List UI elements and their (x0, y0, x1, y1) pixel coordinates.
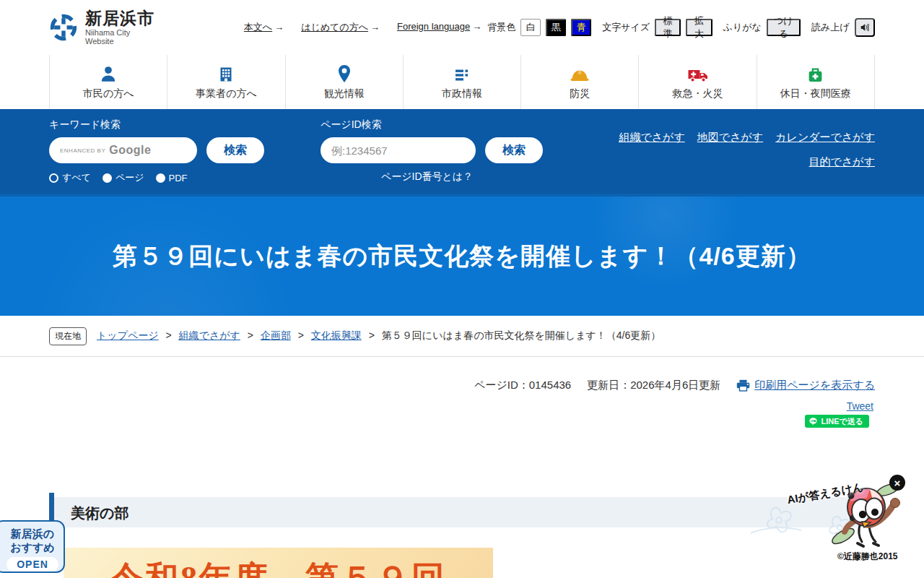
find-by-purpose-link[interactable]: 目的でさがす (809, 155, 875, 168)
global-navigation: 市民の方へ 事業者の方へ 観光情報 市政情報 防災 救急・火災 休日・夜間医療 (0, 55, 924, 109)
hero-banner: 第５９回にいはま春の市民文化祭を開催します！（4/6更新） (0, 194, 924, 316)
breadcrumb-organization[interactable]: 組織でさがす (179, 329, 240, 341)
find-by-organization-link[interactable]: 組織でさがす (619, 131, 684, 144)
breadcrumb-separator: > (166, 329, 172, 341)
find-by-calendar-link[interactable]: カレンダーでさがす (775, 131, 875, 144)
pageid-search-label: ページID検索 (321, 118, 543, 131)
arrow-right-icon: → (274, 22, 284, 33)
font-size-label: 文字サイズ (602, 21, 650, 34)
keyword-search-button[interactable]: 検索 (206, 137, 264, 163)
line-share-button[interactable]: LINEで送る (805, 415, 869, 428)
font-standard-button[interactable]: 標準 (655, 19, 681, 36)
font-enlarge-button[interactable]: 拡大 (686, 19, 712, 36)
building-icon (217, 65, 235, 84)
skip-to-content-link[interactable]: 本文へ→ (244, 21, 284, 34)
nav-item-disaster-prevention[interactable]: 防災 (520, 55, 638, 109)
furigana-label: ふりがな (723, 21, 762, 34)
site-logo[interactable]: 新居浜市 Niihama City Website (49, 9, 157, 46)
pageid-search-button[interactable]: 検索 (485, 137, 543, 163)
person-icon (99, 65, 118, 84)
mascot-copyright: ©近藤勝也2015 (837, 551, 898, 563)
furigana-on-button[interactable]: つける (767, 19, 801, 36)
breadcrumb-planning-dept[interactable]: 企画部 (261, 329, 291, 341)
updated-date: 更新日：2026年4月6日更新 (587, 379, 720, 392)
nav-item-tourism[interactable]: 観光情報 (285, 55, 403, 109)
utility-links: 本文へ→ はじめての方へ→ Foreign language→ (244, 21, 481, 34)
breadcrumb: 現在地 トップページ > 組織でさがす > 企画部 > 文化振興課 > 第５９回… (0, 316, 924, 357)
foreign-language-link[interactable]: Foreign language→ (397, 21, 481, 34)
breadcrumb-separator: > (248, 329, 253, 341)
print-page-link[interactable]: 印刷用ページを表示する (736, 379, 875, 392)
radio-pdf[interactable]: PDF (156, 173, 188, 184)
close-icon[interactable]: × (889, 475, 905, 491)
nav-item-holiday-medical[interactable]: 休日・夜間医療 (757, 55, 875, 109)
bg-black-button[interactable]: 黒 (546, 19, 566, 36)
pageid-search-block: ページID検索 検索 ページID番号とは？ (321, 118, 543, 194)
search-section: キーワード検索 ENHANCED BY Google 検索 すべて ページ PD… (0, 109, 924, 194)
helmet-icon (570, 66, 590, 84)
arrow-right-icon: → (370, 22, 380, 33)
speaker-icon (860, 22, 869, 33)
breadcrumb-culture-division[interactable]: 文化振興課 (311, 329, 362, 341)
accessibility-toolbar: 背景色 白 黒 青 文字サイズ 標準 拡大 ふりがな つける 読み上げ (481, 18, 875, 37)
keyword-search-block: キーワード検索 ENHANCED BY Google 検索 すべて ページ PD… (49, 118, 264, 194)
bg-white-button[interactable]: 白 (520, 19, 541, 36)
read-aloud-button[interactable] (855, 18, 875, 37)
site-title: 新居浜市 (85, 9, 157, 27)
radio-icon (103, 173, 112, 183)
google-branding-logo: Google (109, 144, 151, 157)
breadcrumb-top-page[interactable]: トップページ (97, 329, 159, 341)
map-pin-icon (336, 64, 353, 84)
open-label: OPEN (6, 557, 58, 571)
tweet-link[interactable]: Tweet (847, 400, 873, 412)
nav-item-business[interactable]: 事業者の方へ (167, 55, 284, 109)
keyword-search-label: キーワード検索 (49, 118, 264, 131)
breadcrumb-separator: > (298, 329, 304, 341)
first-aid-icon (806, 66, 824, 84)
site-header: 新居浜市 Niihama City Website 本文へ→ はじめての方へ→ … (0, 0, 924, 55)
nav-item-citizens[interactable]: 市民の方へ (49, 55, 167, 109)
nav-item-emergency-fire[interactable]: 救急・火災 (638, 55, 756, 109)
nav-item-city-government[interactable]: 市政情報 (403, 55, 520, 109)
finder-links: 組織でさがす 地図でさがす カレンダーでさがす 目的でさがす (619, 118, 875, 194)
recommend-flyout-button[interactable]: 新居浜の おすすめ OPEN (0, 520, 65, 573)
printer-icon (736, 379, 750, 392)
breadcrumb-separator: > (369, 329, 375, 341)
current-location-chip: 現在地 (49, 327, 87, 345)
search-scope-radios: すべて ページ PDF (49, 171, 264, 184)
main-content: ページID：0145436 更新日：2026年4月6日更新 印刷用ページを表示す… (0, 357, 924, 578)
pageid-search-input[interactable] (321, 137, 476, 163)
page-id-value: ページID：0145436 (474, 379, 571, 392)
read-aloud-label: 読み上げ (811, 21, 850, 34)
breadcrumb-current-page: 第５９回にいはま春の市民文化祭を開催します！（4/6更新） (382, 329, 661, 341)
first-time-visitors-link[interactable]: はじめての方へ→ (301, 21, 380, 34)
poster-title: 令和8年度 第５９回 (64, 548, 493, 578)
arrow-right-icon: → (472, 21, 481, 32)
radio-page[interactable]: ページ (103, 171, 144, 184)
keyword-search-input[interactable]: ENHANCED BY Google (49, 137, 197, 163)
find-by-map-link[interactable]: 地図でさがす (697, 131, 763, 144)
ambulance-icon (687, 66, 709, 84)
list-icon (453, 66, 471, 84)
page-title: 第５９回にいはま春の市民文化祭を開催します！（4/6更新） (113, 240, 811, 273)
page-meta: ページID：0145436 更新日：2026年4月6日更新 印刷用ページを表示す… (474, 379, 875, 392)
radio-all[interactable]: すべて (49, 171, 91, 184)
line-icon (808, 417, 818, 426)
google-branding-small: ENHANCED BY (60, 147, 105, 154)
radio-selected-icon (49, 173, 58, 183)
site-subtitle: Niihama City Website (85, 28, 157, 46)
culture-festival-poster: 令和8年度 第５９回 (64, 548, 493, 578)
radio-icon (156, 173, 165, 183)
bg-color-label: 背景色 (487, 21, 515, 34)
bg-blue-button[interactable]: 青 (571, 19, 591, 36)
pageid-help-link[interactable]: ページID番号とは？ (321, 171, 533, 184)
niihama-city-emblem-icon (49, 12, 78, 43)
